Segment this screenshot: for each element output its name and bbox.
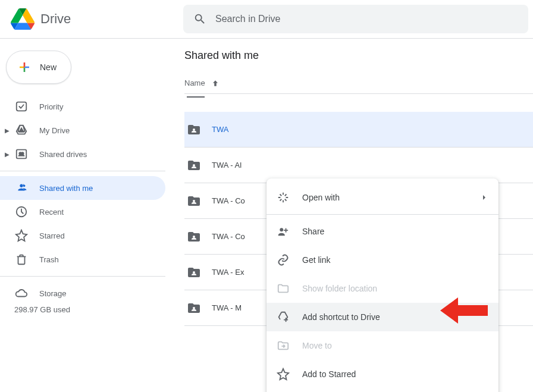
link-icon <box>276 253 290 267</box>
sidebar-item-label: Priority <box>39 102 63 111</box>
sidebar-item-label: Shared drives <box>39 150 87 159</box>
sidebar-item-trash[interactable]: Trash <box>0 247 165 271</box>
search-icon[interactable] <box>188 7 212 31</box>
star-outline-icon <box>276 367 290 381</box>
priority-icon <box>14 99 29 114</box>
menu-item-label: Add to Starred <box>302 369 356 379</box>
menu-item-rename[interactable]: Rename <box>266 388 498 392</box>
file-row[interactable]: TWA - Al <box>184 148 533 183</box>
menu-item-add-to-starred[interactable]: Add to Starred <box>266 360 498 388</box>
svg-point-9 <box>193 236 195 238</box>
file-name: TWA - Ex <box>212 268 244 277</box>
search-bar[interactable] <box>183 5 528 33</box>
shared-folder-icon <box>187 230 201 244</box>
drive-logo-icon <box>11 7 35 31</box>
recent-icon <box>14 205 29 219</box>
file-name: TWA - Al <box>212 161 242 170</box>
chevron-right-icon <box>479 193 489 202</box>
menu-item-label: Share <box>302 227 324 236</box>
sort-ascending-icon[interactable] <box>211 79 220 87</box>
sidebar-item-recent[interactable]: Recent <box>0 200 165 224</box>
plus-icon <box>17 60 32 74</box>
file-name: TWA - Co <box>212 196 245 205</box>
sidebar-item-priority[interactable]: Priority <box>0 95 165 118</box>
sidebar-item-shared-with-me[interactable]: Shared with me <box>0 176 165 200</box>
file-row[interactable]: TWA <box>184 112 533 148</box>
shared-folder-icon <box>187 123 201 137</box>
my-drive-icon <box>14 123 29 137</box>
sidebar-item-label: Recent <box>39 208 64 217</box>
search-input[interactable] <box>212 14 523 24</box>
svg-point-4 <box>23 185 26 187</box>
drive-logo-lockup[interactable]: Drive <box>5 7 183 31</box>
svg-point-8 <box>193 200 195 202</box>
product-name: Drive <box>40 11 71 27</box>
sidebar-item-my-drive[interactable]: ▶ My Drive <box>0 118 165 142</box>
storage-label: Storage <box>39 289 67 298</box>
add-shortcut-icon <box>276 310 290 324</box>
partial-row-divider <box>187 96 205 98</box>
svg-point-6 <box>193 128 195 131</box>
expand-icon[interactable]: ▶ <box>4 127 11 134</box>
shared-folder-icon <box>187 301 201 315</box>
shared-with-me-icon <box>14 181 29 195</box>
file-name: TWA <box>212 125 228 134</box>
new-button[interactable]: New <box>6 51 71 84</box>
new-button-label: New <box>40 62 57 72</box>
move-to-icon <box>276 338 290 353</box>
page-title: Shared with me <box>184 49 533 62</box>
expand-icon[interactable]: ▶ <box>4 151 11 158</box>
menu-item-open-with[interactable]: Open with <box>266 183 498 212</box>
svg-point-3 <box>21 152 24 155</box>
menu-item-label: Show folder location <box>302 284 377 293</box>
sidebar-item-starred[interactable]: Starred <box>0 224 165 247</box>
menu-item-move-to: Move to <box>266 331 498 360</box>
annotation-arrow <box>440 294 488 327</box>
menu-item-label: Open with <box>302 193 340 202</box>
sidebar-item-label: Shared with me <box>39 184 93 193</box>
storage-used: 298.97 GB used <box>0 305 165 314</box>
menu-item-get-link[interactable]: Get link <box>266 246 498 274</box>
menu-item-label: Move to <box>302 341 332 350</box>
starred-icon <box>14 228 29 243</box>
menu-item-label: Get link <box>302 255 330 265</box>
sidebar-item-label: Trash <box>39 255 59 264</box>
svg-point-7 <box>193 164 195 167</box>
shared-folder-icon <box>187 158 201 173</box>
shared-folder-icon <box>187 265 201 280</box>
svg-point-10 <box>193 271 195 274</box>
cloud-icon <box>14 286 29 300</box>
open-with-icon <box>276 190 290 205</box>
sidebar: New Priority ▶ My Drive ▶ Shared drives … <box>0 39 173 392</box>
sidebar-item-label: My Drive <box>39 126 70 135</box>
context-menu: Open withShareGet linkShow folder locati… <box>266 178 498 392</box>
sidebar-item-shared-drives[interactable]: ▶ Shared drives <box>0 142 165 166</box>
menu-item-label: Add shortcut to Drive <box>302 312 380 322</box>
share-icon <box>276 224 290 239</box>
svg-point-11 <box>193 307 195 309</box>
svg-rect-0 <box>17 102 27 111</box>
sidebar-item-label: Starred <box>39 231 65 240</box>
trash-icon <box>14 252 29 266</box>
sidebar-storage[interactable]: Storage <box>0 281 165 305</box>
svg-point-12 <box>280 228 283 231</box>
file-name: TWA - M <box>212 303 242 312</box>
file-name: TWA - Co <box>212 232 245 241</box>
menu-item-share[interactable]: Share <box>266 217 498 246</box>
shared-folder-icon <box>187 194 201 208</box>
folder-outline-icon <box>276 281 290 296</box>
column-header-name[interactable]: Name <box>184 79 533 94</box>
shared-drives-icon <box>14 147 29 161</box>
